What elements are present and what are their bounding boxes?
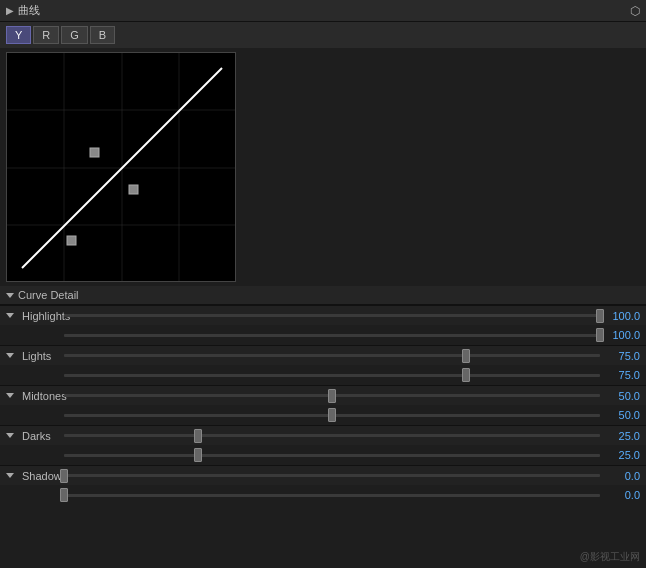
highlights-track-1[interactable]	[64, 328, 600, 342]
slider-group-midtones-header: Midtones50.0	[0, 385, 646, 405]
lights-thumb-0[interactable]	[462, 349, 470, 363]
tab-y[interactable]: Y	[6, 26, 31, 44]
slider-group-midtones-row-1: 50.0	[0, 405, 646, 425]
midtones-thumb-1[interactable]	[328, 408, 336, 422]
midtones-track-1[interactable]	[64, 408, 600, 422]
midtones-thumb-0[interactable]	[328, 389, 336, 403]
lights-label: Lights	[22, 350, 51, 362]
lights-value-1: 75.0	[600, 369, 640, 381]
curve-detail-collapse-icon[interactable]	[6, 293, 14, 298]
slider-group-highlights-row-1: 100.0	[0, 325, 646, 345]
export-icon[interactable]: ⬡	[630, 4, 640, 18]
shadows-thumb-1[interactable]	[60, 488, 68, 502]
lights-track-1[interactable]	[64, 368, 600, 382]
lights-label-cell: Lights	[6, 350, 64, 362]
slider-group-darks-header: Darks25.0	[0, 425, 646, 445]
darks-track-1[interactable]	[64, 448, 600, 462]
shadows-track-0[interactable]	[64, 469, 600, 483]
curve-area	[0, 48, 646, 286]
shadows-value-0: 0.0	[600, 470, 640, 482]
lights-track-0[interactable]	[64, 349, 600, 363]
darks-track-0[interactable]	[64, 429, 600, 443]
slider-group-shadows-header: Shadows0.0	[0, 465, 646, 485]
midtones-value-1: 50.0	[600, 409, 640, 421]
darks-label-cell: Darks	[6, 430, 64, 442]
curve-svg	[7, 53, 236, 282]
highlights-collapse-icon[interactable]	[6, 313, 14, 318]
svg-rect-9	[67, 236, 76, 245]
darks-thumb-0[interactable]	[194, 429, 202, 443]
highlights-track-0[interactable]	[64, 309, 600, 323]
slider-group-lights-row-1: 75.0	[0, 365, 646, 385]
highlights-label-cell: Highlights	[6, 310, 64, 322]
darks-label: Darks	[22, 430, 51, 442]
darks-value-0: 25.0	[600, 430, 640, 442]
curve-canvas[interactable]	[6, 52, 236, 282]
shadows-value-1: 0.0	[600, 489, 640, 501]
section-collapse-icon[interactable]: ▶	[6, 5, 14, 16]
svg-rect-7	[90, 148, 99, 157]
shadows-collapse-icon[interactable]	[6, 473, 14, 478]
shadows-track-1[interactable]	[64, 488, 600, 502]
channel-tabs: Y R G B	[0, 22, 646, 48]
midtones-track-0[interactable]	[64, 389, 600, 403]
highlights-thumb-1[interactable]	[596, 328, 604, 342]
tab-r[interactable]: R	[33, 26, 59, 44]
curve-detail-label: Curve Detail	[18, 289, 79, 301]
tab-g[interactable]: G	[61, 26, 88, 44]
slider-group-darks-row-1: 25.0	[0, 445, 646, 465]
lights-collapse-icon[interactable]	[6, 353, 14, 358]
midtones-label-cell: Midtones	[6, 390, 64, 402]
midtones-label: Midtones	[22, 390, 67, 402]
svg-rect-8	[129, 185, 138, 194]
highlights-thumb-0[interactable]	[596, 309, 604, 323]
watermark: @影视工业网	[580, 550, 640, 564]
darks-collapse-icon[interactable]	[6, 433, 14, 438]
tab-b[interactable]: B	[90, 26, 115, 44]
panel-title: 曲线	[18, 3, 40, 18]
darks-thumb-1[interactable]	[194, 448, 202, 462]
lights-value-0: 75.0	[600, 350, 640, 362]
highlights-value-1: 100.0	[600, 329, 640, 341]
highlights-value-0: 100.0	[600, 310, 640, 322]
lights-thumb-1[interactable]	[462, 368, 470, 382]
curve-detail-header: Curve Detail	[0, 286, 646, 305]
midtones-collapse-icon[interactable]	[6, 393, 14, 398]
darks-value-1: 25.0	[600, 449, 640, 461]
slider-group-lights-header: Lights75.0	[0, 345, 646, 365]
slider-groups: Highlights100.0100.0Lights75.075.0Midton…	[0, 305, 646, 505]
midtones-value-0: 50.0	[600, 390, 640, 402]
slider-group-shadows-row-1: 0.0	[0, 485, 646, 505]
title-bar: ▶ 曲线 ⬡	[0, 0, 646, 22]
shadows-label-cell: Shadows	[6, 470, 64, 482]
shadows-thumb-0[interactable]	[60, 469, 68, 483]
slider-group-highlights-header: Highlights100.0	[0, 305, 646, 325]
